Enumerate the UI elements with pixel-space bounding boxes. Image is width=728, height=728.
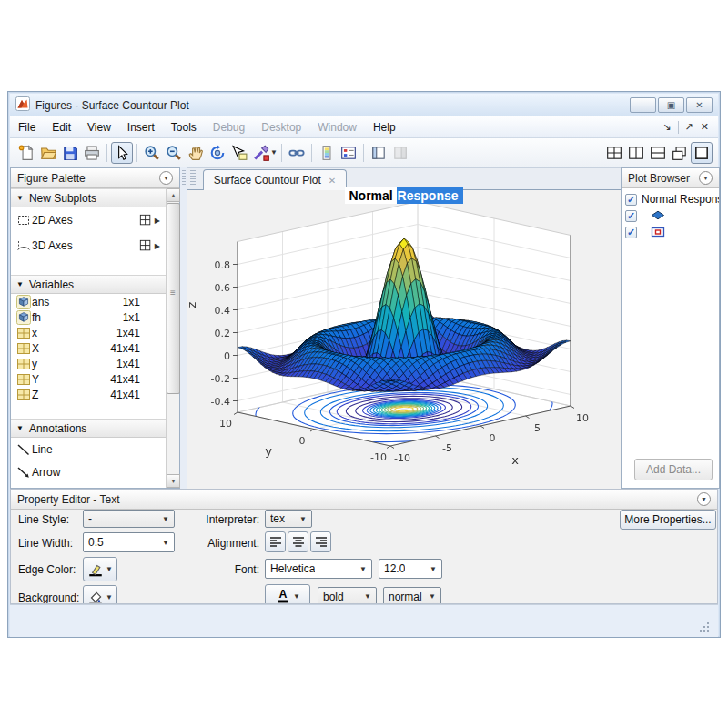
- palette-item-x[interactable]: X41x41: [11, 340, 166, 356]
- menu-insert[interactable]: Insert: [119, 117, 163, 137]
- tile-cascade-button[interactable]: [669, 142, 691, 164]
- tab-close-icon[interactable]: ✕: [329, 176, 336, 186]
- align-left-button[interactable]: [265, 531, 286, 552]
- tile-single-button[interactable]: [691, 142, 713, 164]
- restore-button[interactable]: ▣: [658, 97, 684, 113]
- menu-view[interactable]: View: [79, 117, 119, 137]
- edge-color-button[interactable]: ▼: [83, 557, 117, 581]
- palette-item-3d-axes[interactable]: 3D Axes▶: [11, 233, 166, 258]
- section-header-annotations[interactable]: ▼Annotations: [11, 419, 166, 438]
- menu-debug[interactable]: Debug: [205, 117, 253, 137]
- close-window-icon[interactable]: ✕: [697, 121, 713, 133]
- plot-browser-item-3[interactable]: ✓: [622, 224, 719, 240]
- resize-grip[interactable]: [700, 622, 709, 632]
- more-properties-button[interactable]: More Properties...: [620, 510, 716, 530]
- add-data-button[interactable]: Add Data...: [634, 459, 713, 480]
- line-width-dropdown[interactable]: 0.5▼: [83, 532, 175, 552]
- property-editor-menu-icon[interactable]: ▼: [697, 492, 711, 506]
- figure-tab[interactable]: Surface Countour Plot ✕: [203, 169, 347, 190]
- interpreter-label: Interpreter:: [175, 513, 259, 526]
- menu-window[interactable]: Window: [309, 117, 365, 137]
- menu-help[interactable]: Help: [365, 117, 404, 137]
- tile-single-icon: [693, 145, 710, 161]
- splitter-grip[interactable]: [182, 170, 186, 187]
- tabbar-grip[interactable]: [190, 170, 196, 187]
- line-style-dropdown[interactable]: -▼: [83, 510, 175, 528]
- open-file-button[interactable]: [37, 142, 59, 164]
- insert-colorbar-button[interactable]: [316, 142, 338, 164]
- palette-item-z[interactable]: Z41x41: [11, 387, 166, 402]
- title-bar[interactable]: Figures - Surface Countour Plot —▣✕: [10, 94, 718, 116]
- palette-item-x[interactable]: x1x41: [11, 325, 166, 340]
- panel-splitter[interactable]: [180, 167, 187, 489]
- menu-desktop[interactable]: Desktop: [253, 117, 309, 137]
- font-family-dropdown[interactable]: Helvetica▼: [265, 559, 372, 579]
- section-header-variables[interactable]: ▼Variables: [11, 275, 166, 294]
- palette-item-arrow[interactable]: Arrow: [11, 460, 166, 483]
- submenu-caret-icon[interactable]: ▶: [155, 217, 160, 225]
- plot-browser-menu-icon[interactable]: ▼: [699, 171, 713, 185]
- link-plot-button[interactable]: [286, 142, 308, 164]
- plot-browser-title: Plot Browser: [628, 172, 690, 185]
- palette-item-fh[interactable]: fh1x1: [11, 309, 166, 325]
- data-cursor-button[interactable]: [228, 142, 250, 164]
- font-angle-dropdown[interactable]: normal▼: [383, 587, 441, 604]
- rotate-3d-button[interactable]: [207, 142, 228, 164]
- menu-file[interactable]: File: [10, 117, 44, 137]
- submenu-caret-icon[interactable]: ▶: [155, 242, 160, 250]
- font-size-dropdown[interactable]: 12.0▼: [379, 559, 442, 579]
- palette-item-y[interactable]: y1x41: [11, 356, 166, 371]
- edit-plot-pointer-button[interactable]: [111, 142, 133, 164]
- dock-down-icon[interactable]: ↘: [659, 121, 674, 133]
- section-header-new-subplots[interactable]: ▼New Subplots: [11, 188, 166, 207]
- dropdown-caret-icon[interactable]: ▼: [270, 148, 278, 157]
- plot-browser-item-2[interactable]: ✓: [622, 207, 719, 224]
- close-button[interactable]: ✕: [686, 97, 713, 113]
- menu-tools[interactable]: Tools: [163, 117, 205, 137]
- print-figure-button[interactable]: [81, 142, 103, 164]
- svg-text:A: A: [279, 588, 288, 601]
- insert-legend-button[interactable]: [338, 142, 359, 164]
- zoom-in-button[interactable]: [141, 142, 163, 164]
- figure-palette-panel: Figure Palette ▼ ▼New Subplots2D Axes▶3D…: [10, 167, 180, 489]
- font-weight-dropdown[interactable]: bold▼: [318, 587, 377, 604]
- hide-plot-tools-button[interactable]: [389, 142, 411, 164]
- menu-edit[interactable]: Edit: [44, 117, 79, 137]
- save-figure-button[interactable]: [59, 142, 81, 164]
- scrollbar-thumb[interactable]: [167, 203, 180, 394]
- palette-item-line[interactable]: Line: [11, 438, 166, 460]
- new-figure-button[interactable]: [15, 142, 37, 164]
- font-color-button[interactable]: A▼: [265, 584, 310, 604]
- tile-grid-button[interactable]: [603, 142, 625, 164]
- pan-hand-button[interactable]: [185, 142, 207, 164]
- interpreter-dropdown[interactable]: tex▼: [265, 510, 312, 528]
- figure-canvas[interactable]: [187, 190, 621, 490]
- background-color-button[interactable]: ▼: [83, 585, 117, 604]
- tile-rows-button[interactable]: [647, 142, 669, 164]
- brush-data-button[interactable]: [250, 142, 272, 164]
- show-plot-tools-button[interactable]: [368, 142, 389, 164]
- plot-title[interactable]: Normal Response: [187, 188, 621, 203]
- align-center-button[interactable]: [288, 531, 308, 552]
- variable-dims: 41x41: [110, 373, 160, 386]
- scroll-down-icon[interactable]: ▼: [167, 474, 180, 488]
- checkbox-checked-icon[interactable]: ✓: [625, 210, 637, 222]
- palette-item-2d-axes[interactable]: 2D Axes▶: [11, 207, 166, 233]
- tile-columns-button[interactable]: [625, 142, 647, 164]
- zoom-out-button[interactable]: [163, 142, 185, 164]
- minimize-button[interactable]: —: [630, 97, 656, 113]
- checkbox-checked-icon[interactable]: ✓: [625, 194, 637, 206]
- undock-icon[interactable]: ↗: [682, 121, 697, 133]
- palette-item-ans[interactable]: ans1x1: [11, 294, 166, 309]
- plot-browser-item-1[interactable]: ✓Normal Response: [622, 191, 719, 207]
- matrix-icon: [16, 341, 31, 356]
- toolbar-separator: [363, 144, 364, 162]
- edge-color-pen-icon: [87, 561, 104, 578]
- figure-palette-menu-icon[interactable]: ▼: [159, 171, 173, 185]
- cube-icon: [16, 295, 31, 309]
- figure-palette-scrollbar[interactable]: ▲ ▼: [166, 188, 179, 488]
- scroll-up-icon[interactable]: ▲: [167, 188, 180, 202]
- palette-item-y[interactable]: Y41x41: [11, 371, 166, 387]
- checkbox-checked-icon[interactable]: ✓: [625, 227, 637, 238]
- align-right-button[interactable]: [310, 531, 331, 552]
